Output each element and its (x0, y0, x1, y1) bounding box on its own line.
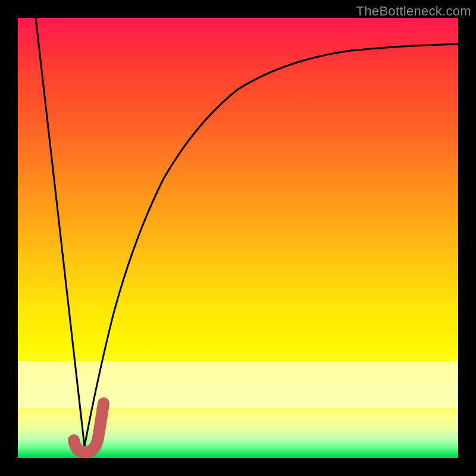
watermark-text: TheBottleneck.com (356, 4, 471, 19)
minimum-marker-layer (18, 18, 458, 458)
chart-frame: TheBottleneck.com (0, 0, 476, 476)
minimum-J-marker (74, 403, 104, 452)
